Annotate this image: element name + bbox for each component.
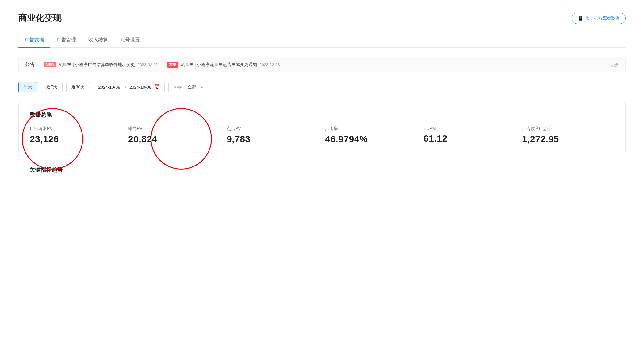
badge-important: 重要 (167, 62, 178, 68)
stats-grid: 广告请求PV 23,126 曝光PV 20,824 点击PV 9,783 (30, 126, 614, 144)
stat-click-rate: 点击率 46.9794% (325, 126, 417, 144)
date-range-picker[interactable]: 2024-10-08 ～ 2024-10-08 📅 (94, 82, 164, 92)
notice-bar: 公告 NEW 流量主 | 小程序广告结算单收件地址变更 2023-02-02 重… (18, 57, 626, 72)
page-title: 商业化变现 (18, 12, 61, 24)
stat-click-pv: 点击PV 9,783 (227, 126, 319, 144)
app-select-label-text: APP (174, 85, 182, 90)
filter-btn-yesterday[interactable]: 昨天 (18, 82, 37, 92)
stat-label-ad-request-pv: 广告请求PV (30, 126, 122, 131)
stat-value-ecpm: 61.12 (424, 133, 516, 144)
trend-section-title: 关键指标趋势 (18, 163, 626, 174)
calendar-icon: 📅 (154, 84, 160, 90)
notice-text-2: 流量主 | 小程序流量主运营主体变更通知 (181, 62, 257, 68)
tab-account-settings[interactable]: 账号设置 (114, 33, 146, 48)
stats-section-title: 数据总览 (30, 111, 614, 119)
notice-item-1[interactable]: NEW 流量主 | 小程序广告结算单收件地址变更 2023-02-02 (44, 62, 158, 68)
stat-label-click-rate: 点击率 (325, 126, 417, 131)
stat-label-ecpm: ECPM (424, 126, 516, 131)
stat-value-exposure-pv: 20,824 (128, 134, 220, 144)
notice-date-2: 2022-12-13 (259, 62, 280, 67)
notice-item-2[interactable]: 重要 流量主 | 小程序流量主运营主体变更通知 2022-12-13 (167, 62, 280, 68)
tab-bar: 广告数据 广告管理 收入结算 账号设置 (18, 33, 626, 48)
filter-bar: 昨天 近7天 近30天 2024-10-08 ～ 2024-10-08 📅 AP… (18, 82, 626, 92)
date-start: 2024-10-08 (98, 85, 120, 90)
stat-ad-revenue: 广告收入(元) ⓘ 1,272.95 (522, 126, 614, 144)
mobile-view-button[interactable]: 📱 用手机端查看数据 (572, 13, 626, 24)
stat-value-click-pv: 9,783 (227, 134, 319, 144)
stat-exposure-pv: 曝光PV 20,824 (128, 126, 220, 144)
stat-label-exposure-pv: 曝光PV (128, 126, 220, 131)
tab-ad-data[interactable]: 广告数据 (18, 33, 50, 48)
stat-label-ad-revenue: 广告收入(元) ⓘ (522, 126, 614, 131)
stats-section: 数据总览 广告请求PV 23,126 曝光PV 20,824 点击 (18, 102, 626, 154)
notice-more[interactable]: 更多 (611, 62, 619, 68)
date-end: 2024-10-08 (129, 85, 151, 90)
notice-date-1: 2023-02-02 (137, 62, 158, 67)
filter-btn-30days[interactable]: 近30天 (66, 82, 90, 92)
main-content: 商业化变现 📱 用手机端查看数据 广告数据 广告管理 收入结算 账号设置 公告 … (0, 0, 644, 355)
page-container: 商业化变现 📱 用手机端查看数据 广告数据 广告管理 收入结算 账号设置 公告 … (0, 0, 644, 355)
app-select-dropdown[interactable]: APP 全部 ▾ (168, 82, 208, 92)
app-select-value: 全部 (188, 84, 196, 90)
filter-btn-7days[interactable]: 近7天 (41, 82, 63, 92)
chevron-down-icon: ▾ (201, 85, 203, 90)
date-separator: ～ (123, 84, 127, 90)
notice-label: 公告 (25, 61, 35, 68)
trend-section: 关键指标趋势 (18, 163, 626, 174)
mobile-btn-label: 用手机端查看数据 (585, 15, 620, 21)
stat-ecpm: ECPM 61.12 (424, 126, 516, 144)
stat-value-ad-request-pv: 23,126 (30, 134, 122, 144)
stat-label-click-pv: 点击PV (227, 126, 319, 131)
notice-text-1: 流量主 | 小程序广告结算单收件地址变更 (59, 62, 135, 68)
stat-value-click-rate: 46.9794% (325, 134, 417, 144)
mobile-icon: 📱 (577, 15, 584, 21)
page-header: 商业化变现 📱 用手机端查看数据 (18, 12, 626, 24)
tab-ad-management[interactable]: 广告管理 (50, 33, 82, 48)
stat-value-ad-revenue: 1,272.95 (522, 134, 614, 144)
badge-new: NEW (44, 62, 56, 67)
tab-income-settlement[interactable]: 收入结算 (82, 33, 114, 48)
stat-ad-request-pv: 广告请求PV 23,126 (30, 126, 122, 144)
info-icon[interactable]: ⓘ (547, 126, 552, 131)
